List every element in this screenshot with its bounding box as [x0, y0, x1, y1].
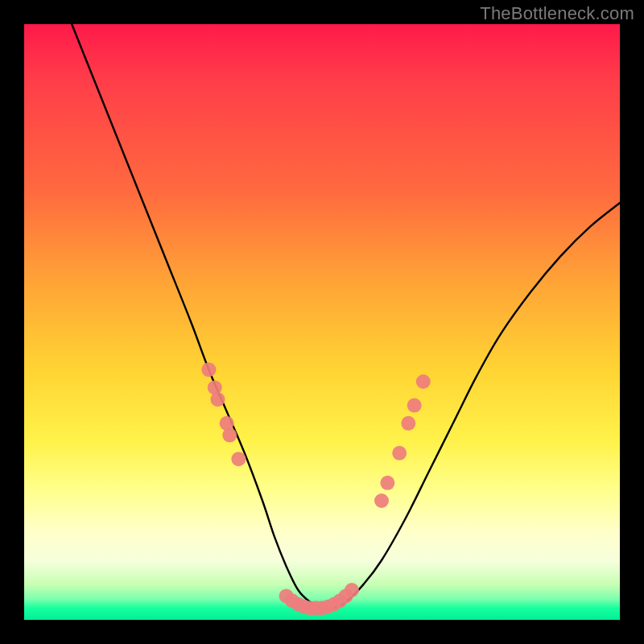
chart-svg	[24, 24, 620, 620]
highlight-dot	[222, 428, 237, 443]
highlight-dots-group	[201, 362, 430, 615]
highlight-dot	[211, 392, 225, 407]
bottleneck-curve-path	[72, 24, 620, 609]
plot-area	[24, 24, 620, 620]
highlight-dot	[201, 362, 216, 377]
highlight-dot	[231, 452, 246, 466]
watermark-text: TheBottleneck.com	[480, 3, 634, 24]
chart-frame: TheBottleneck.com	[0, 0, 644, 644]
highlight-dot	[345, 583, 359, 597]
highlight-dot	[392, 446, 407, 460]
highlight-dot	[407, 398, 422, 413]
highlight-dot	[401, 416, 415, 431]
highlight-dot	[374, 493, 389, 508]
highlight-dot	[380, 476, 394, 490]
highlight-dot	[416, 374, 431, 389]
